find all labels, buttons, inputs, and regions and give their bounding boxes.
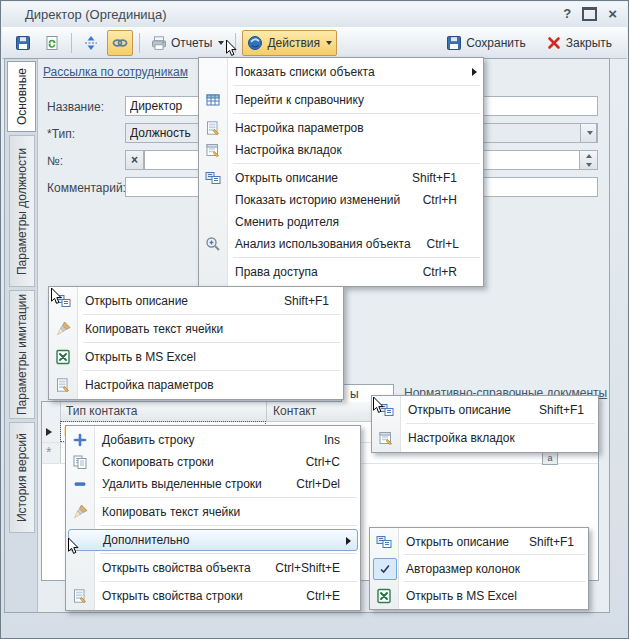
mailing-link[interactable]: Рассылка по сотрудникам xyxy=(43,65,188,79)
menu-item-usage-analysis[interactable]: Анализ использования объекта Ctrl+L xyxy=(199,233,483,255)
save-icon-button[interactable] xyxy=(10,30,36,56)
link-toggle-button[interactable] xyxy=(107,30,133,56)
submenu-arrow-icon xyxy=(346,537,351,545)
actions-button[interactable]: Действия xyxy=(242,30,337,56)
submenu-arrow-icon xyxy=(472,68,477,76)
spin-down-icon xyxy=(586,163,592,167)
app-window: Директор (Оргединица) ? × Отчеты xyxy=(0,0,629,639)
reports-button[interactable]: Отчеты xyxy=(146,30,229,56)
menu-item-change-parent[interactable]: Сменить родителя xyxy=(199,211,483,233)
menu-item-parameter-settings[interactable]: Настройка параметров xyxy=(49,374,343,396)
window-close-button[interactable]: × xyxy=(608,7,617,21)
cell-context-menu: Открыть описание Shift+F1 Копировать тек… xyxy=(48,286,344,400)
menu-item-open-description[interactable]: Открыть описание Shift+F1 xyxy=(49,290,343,312)
menu-item-open-description[interactable]: Открыть описание Shift+F1 xyxy=(370,531,588,552)
menu-item-object-properties[interactable]: Открыть свойства объекта Ctrl+Shift+E xyxy=(66,557,360,579)
menu-shortcut: Shift+F1 xyxy=(523,403,584,417)
actions-label: Действия xyxy=(267,36,320,50)
tab-version-history[interactable]: История версий xyxy=(9,422,35,533)
actions-sphere-icon xyxy=(247,35,263,51)
reports-label: Отчеты xyxy=(171,36,212,50)
menu-shortcut: Ctrl+R xyxy=(407,265,457,279)
tabs-pencil-icon xyxy=(378,430,394,446)
floppy-icon xyxy=(15,35,31,51)
close-button[interactable]: Закрыть xyxy=(541,30,617,56)
split-button[interactable] xyxy=(78,30,104,56)
menu-item-label: Сменить родителя xyxy=(235,215,339,229)
window-title: Директор (Оргединица) xyxy=(25,7,167,22)
column-divider xyxy=(266,402,267,421)
excel-icon xyxy=(376,588,392,604)
close-label: Закрыть xyxy=(566,36,612,50)
menu-item-show-object-lists[interactable]: Показать списки объекта xyxy=(199,61,483,83)
chain-link-icon xyxy=(112,35,128,51)
minus-icon xyxy=(72,476,88,492)
save-button[interactable]: Сохранить xyxy=(441,30,531,56)
brush-icon xyxy=(72,504,88,520)
number-clear-button[interactable]: × xyxy=(125,150,144,170)
toolbar-separator xyxy=(71,33,72,53)
menu-item-label: Настройка параметров xyxy=(85,378,214,392)
number-label: №: xyxy=(47,154,63,168)
column-header-contact[interactable]: Контакт xyxy=(273,404,316,418)
column-header-type[interactable]: Тип контакта xyxy=(66,404,137,418)
menu-item-open-in-excel[interactable]: Открыть в MS Excel xyxy=(49,346,343,368)
menu-item-change-history[interactable]: Показать историю изменений Ctrl+H xyxy=(199,189,483,211)
header-selector-cell xyxy=(42,402,61,421)
menu-item-access-rights[interactable]: Права доступа Ctrl+R xyxy=(199,261,483,283)
chevron-down-icon xyxy=(326,41,332,45)
row-context-menu: Добавить строку Ins Скопировать строки C… xyxy=(65,425,361,611)
mouse-cursor-icon xyxy=(225,39,238,58)
page-pencil-icon xyxy=(72,588,88,604)
menu-shortcut: Shift+F1 xyxy=(396,171,457,185)
menu-item-copy-cell-text[interactable]: Копировать текст ячейки xyxy=(49,318,343,340)
menu-item-copy-rows[interactable]: Скопировать строки Ctrl+C xyxy=(66,451,360,473)
tab-imitation-params[interactable]: Параметры имитации xyxy=(9,290,35,419)
menu-item-add-row[interactable]: Добавить строку Ins xyxy=(66,429,360,451)
menu-item-open-in-excel[interactable]: Открыть в MS Excel xyxy=(370,585,588,606)
tabs-pencil-icon xyxy=(205,142,221,158)
menu-item-open-description[interactable]: Открыть описание Shift+F1 xyxy=(372,399,598,421)
menu-item-tab-settings[interactable]: Настройка вкладок xyxy=(199,139,483,161)
menu-item-label: Дополнительно xyxy=(103,533,189,547)
toolbar-separator xyxy=(139,33,140,53)
maximize-button[interactable] xyxy=(582,7,597,21)
number-stepper[interactable] xyxy=(579,150,598,170)
tab-main[interactable]: Основные xyxy=(7,61,36,132)
menu-item-label: Копировать текст ячейки xyxy=(85,322,223,336)
menu-item-label: Открыть описание xyxy=(406,535,509,549)
menu-item-open-description[interactable]: Открыть описание Shift+F1 xyxy=(199,167,483,189)
tab-position-params[interactable]: Параметры должности xyxy=(9,135,35,287)
menu-item-tab-settings[interactable]: Настройка вкладок xyxy=(372,427,598,449)
menu-item-copy-cell-text[interactable]: Копировать текст ячейки xyxy=(66,501,360,523)
menu-item-delete-rows[interactable]: Удалить выделенные строки Ctrl+Del xyxy=(66,473,360,495)
menu-shortcut: Ctrl+L xyxy=(411,237,459,251)
menu-shortcut: Ctrl+C xyxy=(290,455,340,469)
floppy-icon xyxy=(446,35,462,51)
menu-item-label: Открыть свойства строки xyxy=(102,589,243,603)
name-label: Название: xyxy=(47,100,104,114)
type-dropdown-button[interactable] xyxy=(580,123,597,143)
menu-item-label: Удалить выделенные строки xyxy=(102,477,262,491)
menu-item-label: Настройка вкладок xyxy=(408,431,515,445)
menu-item-label: Открыть в MS Excel xyxy=(406,589,517,603)
magnifier-plus-icon xyxy=(205,236,221,252)
refresh-button[interactable] xyxy=(39,30,65,56)
menu-item-row-properties[interactable]: Открыть свойства строки Ctrl+E xyxy=(66,585,360,607)
menu-item-autosize-columns[interactable]: Авторазмер колонок xyxy=(370,558,588,579)
more-submenu: Открыть описание Shift+F1 Авторазмер кол… xyxy=(369,527,589,610)
menu-item-goto-catalog[interactable]: Перейти к справочнику xyxy=(199,89,483,111)
chevron-down-icon xyxy=(218,41,224,45)
menu-shortcut: Ctrl+H xyxy=(407,193,457,207)
tab-contacts-label: ы xyxy=(350,387,359,401)
menu-item-label: Настройка вкладок xyxy=(235,143,342,157)
check-icon xyxy=(378,562,392,576)
menu-item-parameter-settings[interactable]: Настройка параметров xyxy=(199,117,483,139)
brush-icon xyxy=(55,321,71,337)
mouse-cursor-icon xyxy=(50,287,63,306)
current-row-marker-icon xyxy=(46,428,52,436)
menu-item-label: Открыть в MS Excel xyxy=(85,350,196,364)
menu-item-more[interactable]: Дополнительно xyxy=(68,529,358,551)
help-button[interactable]: ? xyxy=(563,6,571,22)
plus-icon xyxy=(72,432,88,448)
